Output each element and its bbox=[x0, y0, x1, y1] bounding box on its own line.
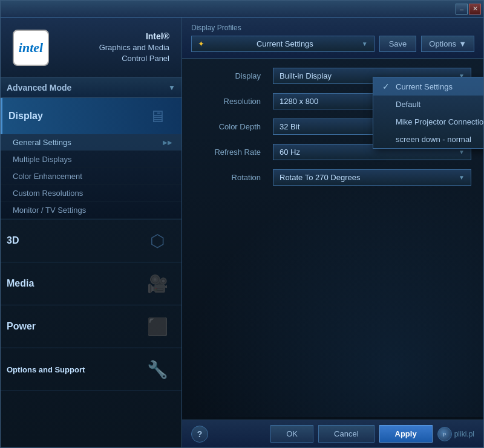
cancel-button[interactable]: Cancel bbox=[318, 425, 374, 443]
check-icon: ✓ bbox=[382, 82, 391, 91]
media-icon: 🎥 bbox=[147, 274, 168, 294]
window-controls: – ✕ bbox=[456, 4, 481, 15]
nav-section-media: Media 🎥 bbox=[1, 262, 182, 305]
profile-dropdown-arrow-icon: ▼ bbox=[362, 41, 368, 47]
monitor-tv-label: Monitor / TV Settings bbox=[13, 206, 86, 215]
profile-star-icon: ✦ bbox=[198, 39, 204, 48]
refresh-rate-value: 60 Hz bbox=[280, 148, 300, 157]
rotation-setting-row: Rotation Rotate To 270 Degrees ▼ bbox=[194, 169, 471, 186]
refresh-rate-setting-label: Refresh Rate bbox=[194, 148, 273, 157]
sidebar-item-media[interactable]: Media 🎥 bbox=[1, 262, 182, 305]
color-depth-setting-label: Color Depth bbox=[194, 122, 273, 131]
dropdown-mike-label: Mike Projector Connection bbox=[396, 117, 483, 126]
bottom-left: ? bbox=[191, 426, 208, 443]
3d-nav-label: 3D bbox=[7, 235, 19, 246]
resolution-value: 1280 x 800 bbox=[280, 97, 318, 106]
brand-line1: Intel® bbox=[58, 31, 169, 43]
rotation-dropdown-arrow-icon: ▼ bbox=[459, 174, 465, 181]
options-nav-label: Options and Support bbox=[7, 365, 85, 374]
multiple-displays-label: Multiple Displays bbox=[13, 155, 72, 164]
ok-button[interactable]: OK bbox=[270, 425, 313, 443]
options-btn-arrow-icon: ▼ bbox=[459, 39, 466, 48]
brand-line3: Control Panel bbox=[58, 53, 169, 64]
3d-icon: ⬡ bbox=[150, 231, 165, 251]
profiles-row: ✦ Current Settings ▼ Save Options ▼ bbox=[191, 36, 474, 52]
submenu-item-general[interactable]: General Settings ▶▶ bbox=[1, 134, 182, 151]
profile-dropdown[interactable]: ✦ Current Settings ▼ bbox=[191, 36, 374, 52]
power-nav-label: Power bbox=[7, 321, 36, 332]
bottom-buttons: OK Cancel Apply p pliki.pl bbox=[270, 425, 474, 443]
display-nav-image: 🖥 bbox=[133, 98, 182, 134]
dropdown-current-label: Current Settings bbox=[396, 82, 453, 91]
sidebar-item-display[interactable]: Display 🖥 bbox=[1, 98, 182, 134]
refresh-rate-dropdown-arrow-icon: ▼ bbox=[459, 149, 465, 155]
help-button[interactable]: ? bbox=[191, 426, 208, 443]
options-btn-label: Options bbox=[429, 39, 456, 48]
main-window: – ✕ intel Intel® Graphics and Media Cont… bbox=[0, 0, 484, 448]
profile-options-button[interactable]: Options ▼ bbox=[421, 36, 474, 52]
sidebar-title: Intel® Graphics and Media Control Panel bbox=[58, 31, 169, 65]
display-value: Built-in Display bbox=[280, 71, 332, 80]
branding-logo-icon: p bbox=[437, 427, 452, 441]
submenu-item-monitor[interactable]: Monitor / TV Settings bbox=[1, 202, 182, 219]
resolution-setting-label: Resolution bbox=[194, 97, 273, 106]
power-icon: ⬛ bbox=[147, 317, 168, 337]
nav-section-display: Display 🖥 General Settings ▶▶ Multiple D… bbox=[1, 98, 182, 219]
profile-current-value: Current Settings bbox=[257, 39, 313, 48]
rotation-setting-label: Rotation bbox=[194, 173, 273, 182]
sidebar-header: intel Intel® Graphics and Media Control … bbox=[1, 18, 182, 78]
options-nav-image: 🔧 bbox=[133, 348, 182, 391]
dropdown-item-current[interactable]: ✓ Current Settings bbox=[373, 77, 483, 96]
rotation-setting-control: Rotate To 270 Degrees ▼ bbox=[273, 169, 471, 186]
rotation-dropdown[interactable]: Rotate To 270 Degrees ▼ bbox=[273, 169, 471, 186]
title-bar: – ✕ bbox=[1, 1, 483, 18]
color-depth-value: 32 Bit bbox=[280, 122, 299, 131]
sidebar-item-3d[interactable]: 3D ⬡ bbox=[1, 219, 182, 262]
nav-section-power: Power ⬛ bbox=[1, 305, 182, 348]
profile-dropdown-menu: ✓ Current Settings Default Mike Projecto… bbox=[373, 77, 483, 149]
right-panel: Display Profiles ✦ Current Settings ▼ Sa… bbox=[182, 18, 483, 447]
display-submenu: General Settings ▶▶ Multiple Displays Co… bbox=[1, 134, 182, 219]
apply-button[interactable]: Apply bbox=[379, 425, 433, 443]
rotation-value: Rotate To 270 Degrees bbox=[280, 173, 360, 182]
save-profile-button[interactable]: Save bbox=[379, 36, 417, 52]
options-icon: 🔧 bbox=[147, 360, 168, 380]
profiles-label: Display Profiles bbox=[191, 24, 474, 32]
monitor-icon: 🖥 bbox=[149, 106, 166, 126]
power-nav-image: ⬛ bbox=[133, 305, 182, 348]
media-nav-image: 🎥 bbox=[133, 262, 182, 305]
submenu-arrow-icon: ▶▶ bbox=[163, 139, 172, 146]
branding: p pliki.pl bbox=[437, 427, 474, 441]
display-nav-label: Display bbox=[8, 111, 43, 122]
dropdown-item-mike[interactable]: Mike Projector Connection bbox=[373, 113, 483, 131]
dropdown-item-default[interactable]: Default bbox=[373, 96, 483, 113]
dropdown-screendown-label: screen down - normal bbox=[396, 135, 471, 144]
display-setting-label: Display bbox=[194, 71, 273, 80]
submenu-item-color[interactable]: Color Enhancement bbox=[1, 168, 182, 185]
minimize-button[interactable]: – bbox=[456, 4, 468, 15]
sidebar: intel Intel® Graphics and Media Control … bbox=[1, 18, 182, 447]
sidebar-item-power[interactable]: Power ⬛ bbox=[1, 305, 182, 348]
profiles-section: Display Profiles ✦ Current Settings ▼ Sa… bbox=[182, 18, 483, 59]
general-settings-label: General Settings bbox=[13, 138, 71, 147]
mode-selector[interactable]: Advanced Mode ▼ bbox=[1, 78, 182, 98]
brand-line2: Graphics and Media bbox=[58, 42, 169, 53]
color-enhancement-label: Color Enhancement bbox=[13, 172, 82, 181]
main-content: intel Intel® Graphics and Media Control … bbox=[1, 18, 483, 447]
mode-arrow-icon: ▼ bbox=[168, 83, 175, 92]
dropdown-item-screen-down[interactable]: screen down - normal bbox=[373, 131, 483, 148]
media-nav-label: Media bbox=[7, 278, 34, 289]
sidebar-item-options[interactable]: Options and Support 🔧 bbox=[1, 348, 182, 391]
close-button[interactable]: ✕ bbox=[469, 4, 481, 15]
custom-resolutions-label: Custom Resolutions bbox=[13, 189, 83, 198]
submenu-item-custom[interactable]: Custom Resolutions bbox=[1, 185, 182, 202]
3d-nav-image: ⬡ bbox=[133, 219, 182, 262]
nav-section-3d: 3D ⬡ bbox=[1, 219, 182, 262]
mode-label: Advanced Mode bbox=[7, 83, 71, 93]
nav-section-options: Options and Support 🔧 bbox=[1, 348, 182, 391]
bottom-bar: ? OK Cancel Apply p pliki.pl bbox=[182, 420, 483, 447]
branding-label: pliki.pl bbox=[454, 430, 474, 438]
dropdown-default-label: Default bbox=[396, 100, 420, 109]
submenu-item-multiple[interactable]: Multiple Displays bbox=[1, 151, 182, 168]
intel-logo: intel bbox=[13, 30, 49, 66]
